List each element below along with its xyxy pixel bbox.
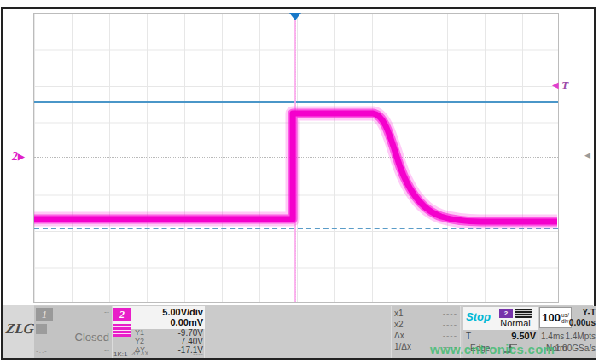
right-edge-indicator-icon: ◀	[584, 151, 590, 159]
trigger-level-label: T	[466, 332, 471, 341]
channel2-bottom-dash: ----	[171, 350, 203, 358]
cursor-y2-line[interactable]	[34, 101, 558, 103]
right-arrow-icon: ▶	[18, 152, 25, 161]
horizontal-delay: 0.00us	[553, 318, 596, 327]
channel2-volts-per-div: 5.00V/div	[126, 307, 203, 317]
cursor-dx-label: Δx	[394, 331, 404, 340]
memory-depth: 1.4Mpts	[551, 332, 596, 341]
channel2-probe-ratio: 1K:1	[113, 350, 127, 358]
channel1-bottom-right: --	[82, 346, 109, 355]
graticule-center-horizontal-line	[34, 157, 558, 158]
cursor-y1-line[interactable]	[34, 228, 558, 229]
channel1-bottom-left: -..-	[36, 347, 48, 355]
display-mode: Y-T	[561, 308, 596, 317]
trigger-position-line[interactable]	[294, 14, 296, 302]
cursor-x2-value: ----	[422, 320, 457, 329]
channel2-coupling-icon	[113, 324, 131, 337]
channel2-position-marker[interactable]: 2▶	[12, 150, 25, 164]
trigger-source-badge[interactable]: 2	[499, 309, 513, 318]
channel1-value-row2: --	[73, 316, 109, 325]
channel1-status: Closed	[44, 331, 109, 344]
trigger-level-marker[interactable]: ◀ T	[552, 78, 568, 92]
left-arrow-icon: ◀	[552, 80, 559, 90]
trigger-level-value: 9.50V	[485, 331, 536, 341]
watermark: www.cntronics.com	[430, 342, 555, 356]
cursor-y2-label: Y2	[135, 337, 144, 345]
channel2-offset: 0.00mV	[126, 317, 203, 327]
cursor-dx-value: ----	[422, 331, 457, 340]
cursor-y1-label: Y1	[135, 328, 144, 337]
trigger-pattern-icon	[515, 309, 532, 318]
cursor-1dx-label: 1/Δx	[394, 342, 411, 351]
channel1-value-row1: --	[73, 308, 109, 316]
run-state-indicator[interactable]: Stop	[466, 310, 491, 323]
cursor-x1-value: ----	[422, 309, 457, 318]
cursor-x1-label: x1	[394, 309, 404, 318]
sample-rate: 1.00GSa/s	[550, 344, 596, 353]
trigger-position-marker-icon[interactable]	[289, 13, 301, 20]
channel2-measure-icons: ⊿Y⊿X	[131, 350, 148, 357]
channel1-badge[interactable]: 1	[36, 308, 53, 321]
cursor-x2-label: x2	[394, 320, 404, 329]
trigger-mode[interactable]: Normal	[496, 318, 535, 328]
waveform-display-area[interactable]	[33, 13, 559, 303]
